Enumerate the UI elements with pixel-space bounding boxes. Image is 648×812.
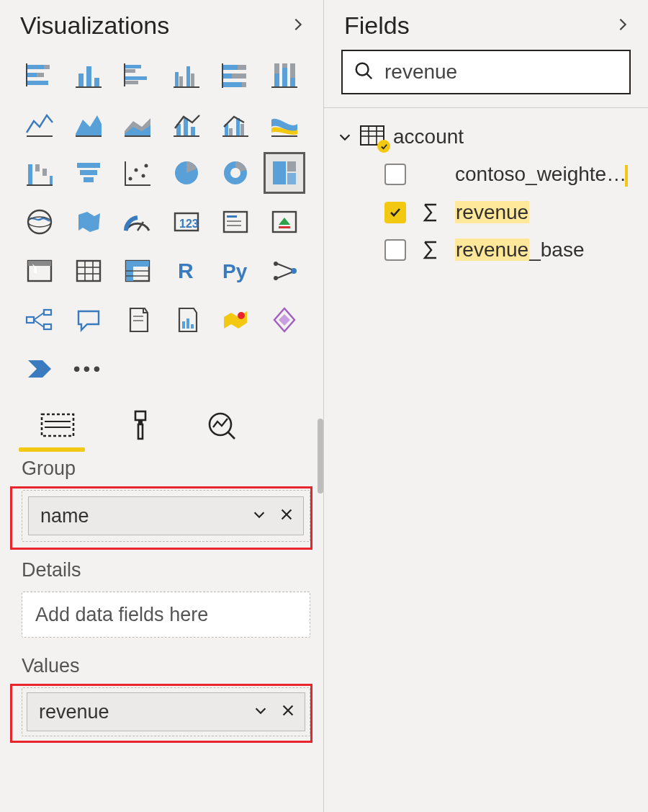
viz-qna-icon[interactable] (68, 299, 109, 341)
viz-pie-icon[interactable] (166, 152, 207, 194)
viz-python-icon[interactable]: Py (215, 250, 256, 292)
chevron-down-icon[interactable] (251, 505, 267, 527)
visualizations-pane: Visualizations 123 (0, 0, 324, 812)
collapse-fields-icon[interactable] (615, 17, 631, 35)
viz-card-icon[interactable]: 123 (166, 201, 207, 243)
checkbox[interactable] (384, 164, 406, 185)
format-tab[interactable] (118, 409, 161, 452)
viz-stacked-area-icon[interactable] (117, 103, 158, 145)
collapse-visualizations-icon[interactable] (290, 17, 306, 35)
viz-stacked-column-icon[interactable] (68, 54, 109, 96)
viz-r-script-icon[interactable]: R (166, 250, 207, 292)
svg-rect-23 (223, 73, 232, 79)
viz-100-stacked-column-icon[interactable] (264, 54, 305, 96)
checkbox-checked[interactable] (384, 202, 406, 223)
viz-area-icon[interactable] (68, 103, 109, 145)
svg-rect-40 (174, 135, 199, 137)
viz-donut-icon[interactable] (215, 152, 256, 194)
viz-100-stacked-bar-icon[interactable] (215, 54, 256, 96)
chevron-down-icon[interactable] (253, 701, 269, 723)
svg-rect-106 (191, 324, 194, 329)
viz-stacked-bar-icon[interactable] (19, 54, 60, 96)
svg-rect-10 (125, 65, 141, 68)
svg-rect-75 (227, 225, 241, 226)
svg-rect-3 (37, 73, 44, 77)
svg-rect-7 (86, 66, 91, 86)
svg-text:R: R (178, 259, 194, 282)
viz-smart-narrative-icon[interactable] (117, 299, 158, 341)
viz-power-apps-icon[interactable] (264, 299, 305, 341)
viz-matrix-icon[interactable] (117, 250, 158, 292)
viz-funnel-icon[interactable] (68, 152, 109, 194)
table-name: account (393, 125, 464, 148)
viz-map-icon[interactable] (19, 201, 60, 243)
svg-rect-52 (77, 163, 100, 168)
viz-line-stacked-column-icon[interactable] (166, 103, 207, 145)
field-label: revenue (455, 201, 529, 224)
svg-rect-33 (271, 86, 297, 88)
field-contoso-weighted[interactable]: contoso_weighte… (337, 156, 635, 194)
viz-arcgis-map-icon[interactable] (215, 299, 256, 341)
viz-slicer-icon[interactable] (19, 250, 60, 292)
svg-point-107 (238, 312, 245, 319)
checkbox[interactable] (384, 239, 406, 261)
svg-rect-12 (125, 76, 147, 80)
svg-rect-32 (290, 78, 295, 86)
svg-rect-34 (27, 135, 53, 137)
details-dropzone[interactable]: Add data fields here (22, 592, 310, 638)
viz-power-automate-icon[interactable] (19, 348, 60, 390)
group-field-pill[interactable]: name (28, 496, 304, 535)
group-label: Group (22, 458, 310, 480)
viz-clustered-bar-icon[interactable] (117, 54, 158, 96)
svg-line-117 (367, 74, 372, 79)
visualization-gallery: 123 R Py ••• (0, 50, 323, 398)
svg-rect-74 (227, 220, 241, 222)
svg-rect-50 (50, 176, 53, 184)
viz-line-clustered-column-icon[interactable] (215, 103, 256, 145)
remove-field-icon[interactable] (279, 505, 294, 527)
scrollbar-thumb[interactable] (318, 419, 323, 494)
viz-treemap-icon[interactable] (264, 152, 305, 194)
analytics-tab[interactable] (200, 409, 243, 452)
field-revenue-base[interactable]: revenue_base (337, 231, 635, 269)
visualizations-header: Visualizations (0, 0, 323, 50)
viz-paginated-report-icon[interactable] (166, 299, 207, 341)
svg-line-95 (277, 264, 292, 269)
svg-point-57 (141, 174, 145, 178)
viz-scatter-icon[interactable] (117, 152, 158, 194)
details-well: Details Add data fields here (22, 559, 310, 638)
viz-gauge-icon[interactable] (117, 201, 158, 243)
svg-rect-51 (27, 184, 53, 186)
viz-kpi-icon[interactable] (264, 201, 305, 243)
fields-search-input[interactable]: revenue (341, 50, 631, 94)
table-account[interactable]: account (337, 124, 635, 156)
group-well: Group name (22, 458, 310, 542)
values-field-pill[interactable]: revenue (27, 692, 305, 731)
values-well: Values revenue (22, 655, 310, 736)
fields-tab[interactable] (36, 409, 79, 452)
viz-clustered-column-icon[interactable] (166, 54, 207, 96)
remove-field-icon[interactable] (280, 701, 296, 723)
svg-rect-97 (27, 317, 34, 323)
svg-rect-99 (44, 324, 51, 329)
svg-rect-47 (28, 164, 32, 184)
viz-get-more-icon[interactable]: ••• (68, 348, 109, 390)
viz-line-icon[interactable] (19, 103, 60, 145)
svg-rect-11 (125, 69, 135, 73)
svg-rect-46 (271, 135, 297, 137)
viz-multirow-card-icon[interactable] (215, 201, 256, 243)
viz-ribbon-icon[interactable] (264, 103, 305, 145)
values-label: Values (22, 655, 310, 677)
viz-table-icon[interactable] (68, 250, 109, 292)
svg-line-115 (228, 432, 235, 439)
field-revenue[interactable]: revenue (337, 194, 635, 231)
svg-rect-66 (287, 173, 296, 184)
viz-waterfall-icon[interactable] (19, 152, 60, 194)
svg-rect-103 (133, 320, 143, 321)
viz-filled-map-icon[interactable] (68, 201, 109, 243)
svg-rect-9 (76, 86, 102, 88)
svg-line-96 (277, 272, 292, 278)
viz-decomposition-tree-icon[interactable] (19, 299, 60, 341)
viz-key-influencers-icon[interactable] (264, 250, 305, 292)
svg-rect-102 (133, 316, 143, 317)
